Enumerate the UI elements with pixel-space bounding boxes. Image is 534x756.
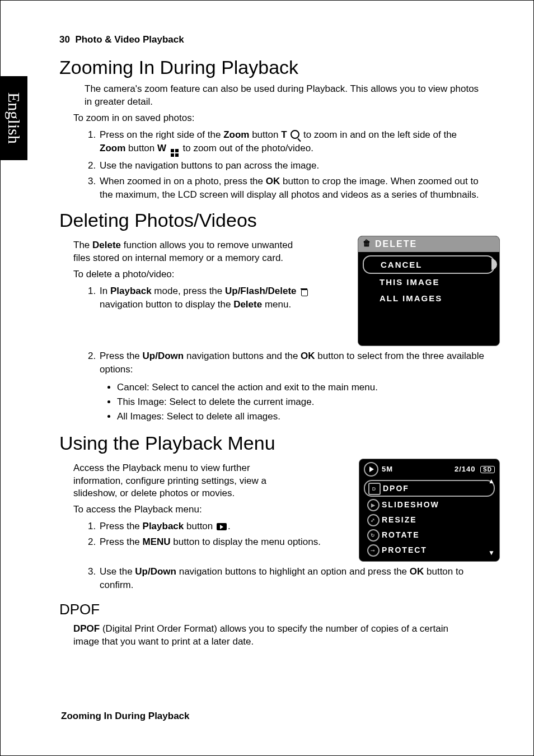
playback-status-bar: 5M 2/140 SD <box>359 459 499 479</box>
playback-icon <box>217 523 227 530</box>
pbmenu-steps-a: Press the Playback button . Press the ME… <box>82 520 322 549</box>
scroll-down-icon: ▼ <box>488 549 495 557</box>
delete-step-1: In Playback mode, press the Up/Flash/Del… <box>99 284 322 311</box>
delete-opt-this: This Image: Select to delete the current… <box>117 395 503 409</box>
thumbnails-icon <box>171 149 179 157</box>
running-foot: Zooming In During Playback <box>61 711 190 722</box>
pbmenu-steps-b: Use the Up/Down navigation buttons to hi… <box>82 565 485 592</box>
trash-icon: 🗑 <box>363 239 372 248</box>
delete-options: Cancel: Select to cancel the action and … <box>100 380 503 424</box>
delete-menu-title: 🗑 DELETE <box>358 236 499 252</box>
delete-opt-cancel: Cancel: Select to cancel the action and … <box>117 380 503 395</box>
manual-page: English 30 Photo & Video Playback Zoomin… <box>0 0 534 756</box>
protect-icon: ⊸ <box>367 544 380 557</box>
zoom-step-1: Press on the right side of the Zoom butt… <box>99 128 485 157</box>
delete-menu-item-this: THIS IMAGE <box>363 274 495 290</box>
pbmenu-lead: To access the Playback menu: <box>73 503 348 516</box>
delete-steps-a: In Playback mode, press the Up/Flash/Del… <box>82 284 322 311</box>
pbmenu-step-2: Press the MENU button to display the men… <box>99 535 322 549</box>
zoom-steps: Press on the right side of the Zoom butt… <box>82 128 485 202</box>
delete-steps-b: Press the Up/Down navigation buttons and… <box>82 349 485 376</box>
delete-opt-all: All Images: Select to delete all images. <box>117 409 503 424</box>
rotate-icon: ↻ <box>367 529 380 542</box>
dpof-body: DPOF (Digital Print Order Format) allows… <box>73 623 460 648</box>
image-counter: 2/140 <box>455 465 476 473</box>
pbmenu-step-3: Use the Up/Down navigation buttons to hi… <box>99 565 485 592</box>
slideshow-icon: ▶ <box>367 499 380 511</box>
zoom-intro: The camera's zoom feature can also be us… <box>85 83 488 109</box>
delete-step-2: Press the Up/Down navigation buttons and… <box>99 349 485 376</box>
heading-playback-menu: Using the Playback Menu <box>59 432 503 454</box>
pbmenu-intro: Access the Playback menu to view further… <box>73 462 297 501</box>
delete-intro: The Delete function allows you to remove… <box>73 239 297 265</box>
pbmenu-step-1: Press the Playback button . <box>99 520 322 533</box>
magnifier-icon <box>291 130 299 139</box>
pbmenu-item-dpof: DDPOF <box>364 480 495 497</box>
delete-menu-item-all: ALL IMAGES <box>363 290 495 306</box>
pbmenu-item-resize: ⤢RESIZE <box>364 512 495 527</box>
pbmenu-item-rotate: ↻ROTATE <box>364 528 495 542</box>
heading-delete: Deleting Photos/Videos <box>59 209 503 231</box>
resolution-badge: 5M <box>382 465 393 473</box>
language-tab: English <box>1 76 27 160</box>
language-label: English <box>4 92 24 144</box>
pbmenu-item-protect: ⊸PROTECT <box>364 543 495 557</box>
trash-icon <box>300 287 308 295</box>
scroll-up-icon: ▲ <box>488 477 495 485</box>
heading-zoom: Zooming In During Playback <box>59 57 503 78</box>
delete-menu-item-cancel: CANCEL <box>363 255 495 274</box>
playback-menu-screenshot: 5M 2/140 SD DDPOF ▶SLIDESHOW ⤢RESIZE ↻RO… <box>359 459 500 562</box>
zoom-step-3: When zoomed in on a photo, press the OK … <box>99 175 485 202</box>
sd-badge: SD <box>480 466 495 473</box>
delete-lead: To delete a photo/video: <box>73 268 346 281</box>
resize-icon: ⤢ <box>367 514 380 526</box>
running-head: 30 Photo & Video Playback <box>59 34 503 45</box>
dpof-icon: D <box>368 483 381 495</box>
play-mode-icon <box>364 462 378 477</box>
zoom-step-2: Use the navigation buttons to pan across… <box>99 159 485 172</box>
zoom-lead: To zoom in on saved photos: <box>73 112 503 125</box>
pbmenu-item-slideshow: ▶SLIDESHOW <box>364 497 495 512</box>
delete-menu-screenshot: 🗑 DELETE CANCEL THIS IMAGE ALL IMAGES <box>358 236 500 346</box>
heading-dpof: DPOF <box>59 601 503 618</box>
